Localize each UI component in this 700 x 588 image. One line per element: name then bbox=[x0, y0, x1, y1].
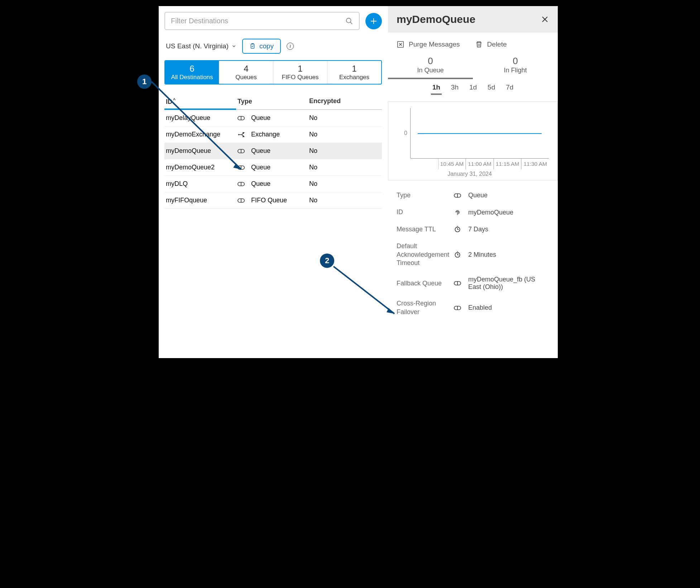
delete-label: Delete bbox=[487, 40, 507, 48]
property-key: Fallback Queue bbox=[397, 279, 450, 288]
chart-y-tick: 0 bbox=[390, 108, 411, 158]
property-row: Message TTL7 Days bbox=[397, 221, 549, 238]
cell-id: myFIFOqueue bbox=[166, 197, 238, 204]
time-tab-7d[interactable]: 7d bbox=[504, 83, 515, 95]
column-header-type[interactable]: Type bbox=[236, 94, 308, 109]
plus-icon bbox=[369, 17, 378, 25]
filter-tab[interactable]: 4Queues bbox=[219, 61, 273, 84]
destination-filter-tabs: 6All Destinations4Queues1FIFO Queues1Exc… bbox=[164, 60, 382, 85]
time-tab-5d[interactable]: 5d bbox=[486, 83, 497, 95]
cell-type: Queue bbox=[238, 164, 309, 171]
svg-line-0 bbox=[152, 82, 241, 169]
queue-icon bbox=[454, 280, 461, 287]
property-key: Type bbox=[397, 191, 450, 199]
annotation-2-arrow bbox=[331, 265, 403, 322]
details-panel: myDemoQueue Purge Messages Delete 0In Qu… bbox=[388, 6, 558, 358]
property-key: Cross-Region Failover bbox=[397, 299, 450, 316]
tab-count: 1 bbox=[277, 64, 323, 74]
stat-label: In Flight bbox=[473, 67, 558, 74]
info-icon[interactable]: i bbox=[287, 43, 294, 50]
column-header-encrypted[interactable]: Encrypted bbox=[308, 94, 382, 109]
trash-icon bbox=[475, 40, 483, 48]
property-value: 7 Days bbox=[468, 226, 549, 233]
delete-button[interactable]: Delete bbox=[475, 40, 507, 48]
chart-x-tick: 11:30 AM bbox=[521, 159, 549, 169]
stat-number: 0 bbox=[473, 56, 558, 67]
chart-series-line bbox=[418, 133, 542, 134]
property-row: Fallback QueuemyDemoQueue_fb (US East (O… bbox=[397, 271, 549, 295]
svg-marker-1 bbox=[233, 163, 241, 169]
queue-icon bbox=[454, 192, 461, 199]
tab-label: Queues bbox=[223, 74, 269, 81]
close-icon[interactable] bbox=[541, 15, 549, 24]
queue-properties: TypeQueueIDmyDemoQueueMessage TTL7 DaysD… bbox=[397, 187, 549, 320]
table-row[interactable]: myDLQQueueNo bbox=[164, 176, 382, 192]
stat-tab[interactable]: 0In Flight bbox=[473, 56, 558, 79]
tab-count: 6 bbox=[169, 64, 215, 74]
tab-label: All Destinations bbox=[169, 74, 215, 81]
queue-icon bbox=[238, 180, 245, 188]
time-tab-3h[interactable]: 3h bbox=[450, 83, 460, 95]
tab-label: FIFO Queues bbox=[277, 74, 323, 81]
annotation-1: 1 bbox=[137, 74, 152, 89]
search-icon bbox=[345, 17, 353, 25]
property-key: Message TTL bbox=[397, 225, 450, 233]
filter-tab[interactable]: 1Exchanges bbox=[327, 61, 381, 84]
cell-type: FIFO Queue bbox=[238, 197, 309, 204]
purge-messages-button[interactable]: Purge Messages bbox=[397, 40, 460, 48]
chart-x-tick: 11:00 AM bbox=[466, 159, 494, 169]
queue-icon bbox=[454, 304, 461, 312]
cell-type: Exchange bbox=[238, 131, 309, 138]
add-destination-button[interactable] bbox=[365, 13, 382, 29]
property-row: TypeQueue bbox=[397, 187, 549, 204]
stat-tab[interactable]: 0In Queue bbox=[388, 56, 473, 79]
cell-encrypted: No bbox=[309, 164, 380, 171]
svg-line-5 bbox=[350, 22, 353, 24]
purge-label: Purge Messages bbox=[409, 40, 460, 48]
property-key: ID bbox=[397, 208, 450, 216]
filter-destinations-field[interactable] bbox=[171, 17, 342, 25]
chart-x-tick: 10:45 AM bbox=[438, 159, 466, 169]
queue-stats: 0In Queue0In Flight bbox=[388, 56, 558, 79]
property-value: myDemoQueue bbox=[468, 209, 549, 216]
cell-encrypted: No bbox=[309, 131, 380, 138]
stat-label: In Queue bbox=[388, 67, 473, 74]
cell-type: Queue bbox=[238, 180, 309, 188]
details-title: myDemoQueue bbox=[397, 13, 475, 25]
svg-line-2 bbox=[334, 266, 394, 314]
clock-icon bbox=[454, 251, 461, 258]
annotation-2: 2 bbox=[320, 254, 334, 268]
svg-point-4 bbox=[346, 18, 351, 23]
tab-count: 4 bbox=[223, 64, 269, 74]
cell-encrypted: No bbox=[309, 197, 380, 204]
table-row[interactable]: myFIFOqueueFIFO QueueNo bbox=[164, 192, 382, 209]
property-value: myDemoQueue_fb (US East (Ohio)) bbox=[468, 276, 549, 291]
purge-icon bbox=[397, 40, 404, 48]
cell-encrypted: No bbox=[309, 180, 380, 188]
cell-type: Queue bbox=[238, 147, 309, 155]
time-range-tabs: 1h3h1d5d7d bbox=[397, 83, 549, 95]
clock-icon bbox=[454, 226, 461, 233]
time-tab-1d[interactable]: 1d bbox=[468, 83, 478, 95]
time-tab-1h[interactable]: 1h bbox=[431, 83, 442, 95]
chart-x-tick: 11:15 AM bbox=[494, 159, 522, 169]
clipboard-icon bbox=[249, 43, 256, 49]
property-row: IDmyDemoQueue bbox=[397, 204, 549, 221]
filter-tab[interactable]: 6All Destinations bbox=[165, 61, 219, 84]
chevron-down-icon bbox=[231, 44, 236, 49]
tab-count: 1 bbox=[331, 64, 378, 74]
property-value: Enabled bbox=[468, 304, 549, 312]
region-label: US East (N. Virginia) bbox=[166, 42, 229, 50]
property-value: 2 Minutes bbox=[468, 251, 549, 259]
property-value: Queue bbox=[468, 192, 549, 199]
copy-button[interactable]: copy bbox=[242, 39, 281, 54]
chart-date: January 31, 2024 bbox=[390, 169, 549, 177]
filter-destinations-input[interactable] bbox=[164, 12, 360, 30]
property-row: Cross-Region FailoverEnabled bbox=[397, 295, 549, 320]
filter-tab[interactable]: 1FIFO Queues bbox=[273, 61, 327, 84]
copy-label: copy bbox=[259, 42, 274, 50]
region-selector[interactable]: US East (N. Virginia) bbox=[166, 42, 236, 50]
queue-icon bbox=[238, 197, 245, 204]
cell-encrypted: No bbox=[309, 114, 380, 122]
annotation-1-arrow bbox=[152, 82, 245, 175]
